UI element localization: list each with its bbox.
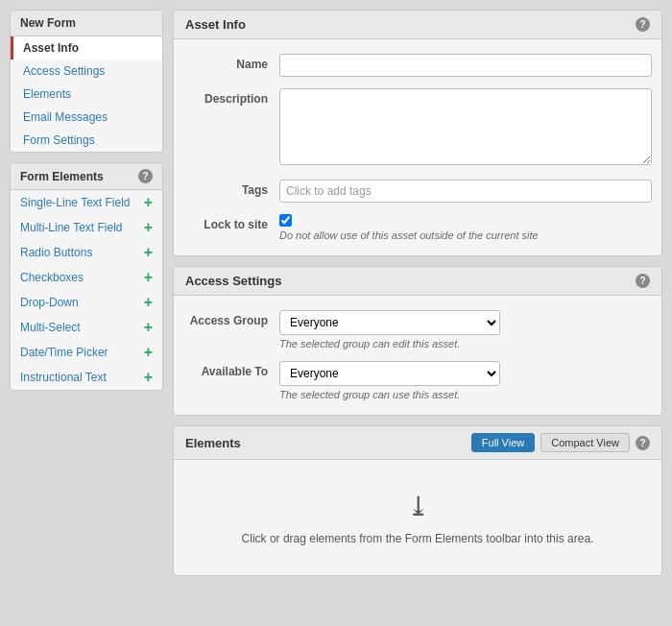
asset-info-body: Name Description Tags [174, 39, 661, 255]
access-settings-header: Access Settings ? [174, 267, 661, 296]
name-row: Name [183, 54, 652, 77]
asset-info-section: Asset Info ? Name Description [173, 10, 662, 256]
add-dropdown-icon[interactable]: + [144, 295, 153, 310]
nav-item-elements[interactable]: Elements [11, 83, 162, 106]
drag-drop-icon: ⤓ [407, 491, 429, 522]
available-to-note: The selected group can use this asset. [279, 389, 652, 400]
lock-checkbox[interactable] [279, 214, 292, 227]
access-group-select[interactable]: Everyone Administrators Editors Members [279, 310, 500, 335]
add-multi-line-icon[interactable]: + [144, 220, 153, 235]
available-to-label: Available To [183, 361, 279, 378]
asset-info-help-icon[interactable]: ? [636, 17, 650, 32]
nav-item-access-settings[interactable]: Access Settings [11, 60, 162, 83]
tags-label: Tags [183, 180, 279, 197]
new-form-title: New Form [11, 11, 162, 36]
nav-item-form-settings[interactable]: Form Settings [11, 129, 162, 152]
element-checkboxes[interactable]: Checkboxes + [11, 265, 162, 290]
new-form-nav-box: New Form Asset Info Access Settings Elem… [10, 10, 163, 153]
full-view-button[interactable]: Full View [471, 433, 535, 452]
tags-row: Tags Click to add tags [183, 180, 652, 203]
add-single-line-icon[interactable]: + [144, 195, 153, 210]
access-settings-body: Access Group Everyone Administrators Edi… [174, 296, 661, 415]
element-radio[interactable]: Radio Buttons + [11, 240, 162, 265]
add-instructional-icon[interactable]: + [144, 370, 153, 385]
lock-note: Do not allow use of this asset outside o… [279, 229, 652, 241]
name-input[interactable] [279, 54, 652, 77]
form-elements-title: Form Elements ? [11, 163, 162, 190]
available-to-select[interactable]: Everyone Administrators Editors Members [279, 361, 500, 386]
add-checkboxes-icon[interactable]: + [144, 270, 153, 285]
element-dropdown[interactable]: Drop-Down + [11, 290, 162, 315]
nav-item-email-messages[interactable]: Email Messages [11, 106, 162, 129]
form-elements-help-icon[interactable]: ? [138, 169, 153, 183]
elements-hint: Click or drag elements from the Form Ele… [242, 532, 594, 545]
name-label: Name [183, 54, 279, 71]
lock-row: Lock to site Do not allow use of this as… [183, 214, 652, 241]
access-settings-title: Access Settings [185, 274, 281, 288]
element-instructional[interactable]: Instructional Text + [11, 365, 162, 390]
description-row: Description [183, 88, 652, 168]
element-datetime[interactable]: Date/Time Picker + [11, 340, 162, 365]
access-settings-section: Access Settings ? Access Group Everyone … [173, 266, 662, 416]
asset-info-header: Asset Info ? [174, 11, 661, 39]
form-elements-box: Form Elements ? Single-Line Text Field +… [10, 162, 163, 391]
elements-header: Elements Full View Compact View ? [174, 426, 661, 460]
add-radio-icon[interactable]: + [144, 245, 153, 260]
element-single-line[interactable]: Single-Line Text Field + [11, 190, 162, 215]
access-group-label: Access Group [183, 310, 279, 327]
access-group-row: Access Group Everyone Administrators Edi… [183, 310, 652, 349]
element-multi-line[interactable]: Multi-Line Text Field + [11, 215, 162, 240]
access-settings-help-icon[interactable]: ? [636, 274, 650, 288]
sidebar: New Form Asset Info Access Settings Elem… [10, 10, 163, 576]
add-multi-select-icon[interactable]: + [144, 320, 153, 335]
asset-info-title: Asset Info [185, 17, 246, 32]
elements-section: Elements Full View Compact View ? ⤓ Clic… [173, 425, 662, 576]
description-input[interactable] [279, 88, 652, 165]
elements-help-icon[interactable]: ? [636, 436, 650, 450]
compact-view-button[interactable]: Compact View [540, 433, 630, 452]
available-to-row: Available To Everyone Administrators Edi… [183, 361, 652, 400]
description-label: Description [183, 88, 279, 106]
lock-label: Lock to site [183, 214, 279, 231]
main-content: Asset Info ? Name Description [173, 10, 662, 576]
element-multi-select[interactable]: Multi-Select + [11, 315, 162, 340]
nav-item-asset-info[interactable]: Asset Info [11, 36, 162, 60]
add-datetime-icon[interactable]: + [144, 345, 153, 360]
access-group-note: The selected group can edit this asset. [279, 338, 652, 349]
elements-title: Elements [185, 436, 241, 450]
tags-input[interactable]: Click to add tags [279, 180, 652, 203]
elements-body: ⤓ Click or drag elements from the Form E… [174, 460, 661, 575]
